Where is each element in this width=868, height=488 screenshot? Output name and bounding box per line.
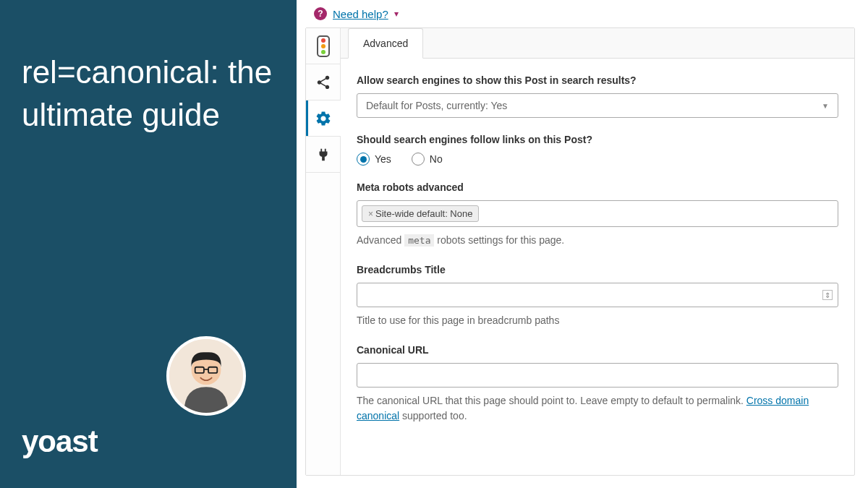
content-area: Advanced Allow search engines to show th… — [341, 28, 854, 475]
plug-icon — [315, 147, 331, 163]
follow-links-radiogroup: Yes No — [357, 153, 838, 166]
field-meta-robots: Meta robots advanced × Site-wide default… — [357, 181, 838, 248]
page-title: rel=canonical: the ultimate guide — [22, 51, 275, 137]
icon-tab-bar — [306, 28, 341, 475]
yoast-logo: yoast — [22, 424, 98, 459]
tab-advanced[interactable]: Advanced — [348, 28, 423, 59]
radio-no-label: No — [430, 153, 443, 165]
radio-icon — [412, 153, 425, 166]
code-meta: meta — [404, 234, 434, 247]
canonical-label: Canonical URL — [357, 344, 838, 356]
input-indicator-icon: ⇕ — [822, 290, 833, 300]
follow-links-label: Should search engines follow links on th… — [357, 134, 838, 145]
radio-yes[interactable]: Yes — [357, 153, 391, 166]
traffic-light-icon — [317, 35, 330, 57]
field-breadcrumbs: Breadcrumbs Title ⇕ Title to use for thi… — [357, 264, 838, 328]
allow-show-value: Default for Posts, currently: Yes — [366, 100, 507, 111]
field-allow-show: Allow search engines to show this Post i… — [357, 74, 838, 118]
chevron-down-icon[interactable]: ▾ — [394, 9, 399, 19]
icon-tab-advanced[interactable] — [306, 100, 341, 137]
left-panel: rel=canonical: the ultimate guide yoast — [0, 0, 297, 488]
allow-show-label: Allow search engines to show this Post i… — [357, 74, 838, 86]
need-help-link[interactable]: Need help? — [333, 8, 388, 20]
icon-tab-social[interactable] — [306, 64, 341, 100]
breadcrumbs-helper: Title to use for this page in breadcrumb… — [357, 313, 838, 328]
meta-robots-helper: Advanced meta robots settings for this p… — [357, 233, 838, 248]
share-icon — [315, 74, 331, 90]
help-icon[interactable]: ? — [314, 7, 327, 20]
yoast-metabox: Advanced Allow search engines to show th… — [305, 27, 855, 476]
meta-robots-label: Meta robots advanced — [357, 181, 838, 193]
settings-panel: ? Need help? ▾ — [297, 0, 868, 488]
radio-icon — [357, 153, 370, 166]
radio-yes-label: Yes — [375, 153, 391, 165]
breadcrumbs-label: Breadcrumbs Title — [357, 264, 838, 275]
chevron-down-icon: ▼ — [822, 102, 829, 110]
icon-tab-tools[interactable] — [306, 137, 341, 173]
allow-show-select[interactable]: Default for Posts, currently: Yes ▼ — [357, 93, 838, 118]
gear-icon — [315, 110, 332, 127]
meta-robots-chip[interactable]: × Site-wide default: None — [362, 205, 479, 222]
field-follow-links: Should search engines follow links on th… — [357, 134, 838, 166]
help-row: ? Need help? ▾ — [305, 7, 855, 27]
breadcrumbs-input[interactable] — [357, 283, 838, 307]
author-avatar — [166, 336, 246, 416]
chip-text: Site-wide default: None — [375, 208, 472, 219]
meta-robots-input[interactable]: × Site-wide default: None — [357, 200, 838, 227]
canonical-helper: The canonical URL that this page should … — [357, 393, 838, 424]
tab-bar: Advanced — [341, 28, 854, 59]
field-canonical: Canonical URL The canonical URL that thi… — [357, 344, 838, 424]
advanced-tab-content: Allow search engines to show this Post i… — [341, 59, 854, 437]
icon-tab-readability[interactable] — [306, 28, 341, 64]
remove-chip-icon[interactable]: × — [368, 209, 373, 219]
canonical-input[interactable] — [357, 363, 838, 388]
radio-no[interactable]: No — [412, 153, 443, 166]
